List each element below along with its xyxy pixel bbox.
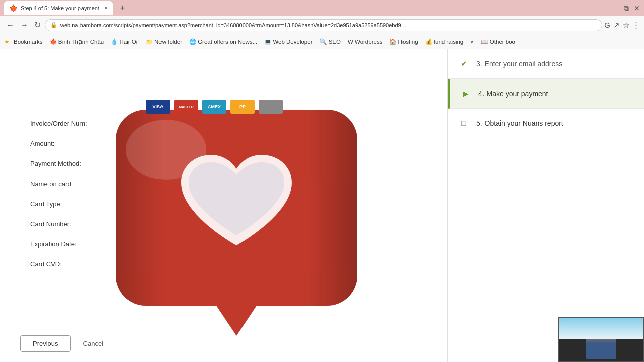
card-cvd-label: Card CVD:: [30, 260, 87, 268]
card-number-label: Card Number:: [30, 220, 87, 228]
bookmark-seo[interactable]: 🔍 SEO: [316, 37, 343, 46]
payment-card-icons: VISA MASTER AMEX PP: [146, 100, 283, 114]
minimize-icon[interactable]: —: [612, 4, 619, 13]
google-icon[interactable]: G: [604, 21, 610, 29]
step-4-arrow-icon: ▶: [460, 88, 471, 99]
back-button[interactable]: ←: [4, 19, 16, 32]
window-controls: — ⧉ ✕: [612, 4, 640, 13]
left-panel: VISA MASTER AMEX PP Invoice/Order Num: A…: [0, 49, 448, 362]
lock-icon: 🔒: [50, 22, 57, 28]
bookmark-wordpress[interactable]: W Wordpress: [345, 38, 385, 46]
step-5-item: ☐ 5. Obtain your Nuans report: [448, 109, 644, 138]
forward-button[interactable]: →: [18, 19, 30, 32]
paypal-icon: PP: [230, 100, 255, 114]
bookmark-hosting[interactable]: 🏠 Hosting: [386, 37, 421, 46]
cancel-button[interactable]: Cancel: [79, 336, 107, 351]
maximize-icon[interactable]: ⧉: [624, 4, 629, 13]
bookmark-more[interactable]: »: [467, 38, 476, 46]
step-3-item: ✔ 3. Enter your email address: [448, 49, 644, 79]
bookmark-fund-raising[interactable]: 💰 fund raising: [422, 37, 467, 46]
other-card-icon: [259, 100, 283, 114]
expiration-date-label: Expiration Date:: [30, 240, 87, 248]
visa-card-icon: VISA: [146, 100, 170, 114]
bookmark-binh-thanh-chau[interactable]: 🍁 Bình Thạnh Châu: [47, 37, 107, 46]
tab-title: Step 4 of 5: Make your payment - C: [21, 5, 101, 11]
bookmarks-star-icon: ★: [4, 38, 10, 45]
menu-icon[interactable]: ⋮: [632, 21, 640, 30]
bookmark-new-folder[interactable]: 📁 New folder: [143, 37, 185, 46]
step-3-label: 3. Enter your email address: [476, 60, 562, 68]
mastercard-icon: MASTER: [174, 100, 198, 114]
step-4-item: ▶ 4. Make your payment: [448, 79, 644, 109]
close-icon[interactable]: ✕: [634, 4, 640, 13]
tab-close-button[interactable]: ×: [104, 5, 108, 12]
share-icon[interactable]: ↗: [613, 21, 620, 30]
amex-icon: AMEX: [202, 100, 226, 114]
new-tab-button[interactable]: +: [117, 3, 128, 14]
bookmarks-bar: ★ Bookmarks 🍁 Bình Thạnh Châu 💧 Hair Oil…: [0, 34, 644, 49]
step-5-square-icon: ☐: [458, 118, 469, 129]
previous-button[interactable]: Previous: [20, 335, 71, 352]
refresh-button[interactable]: ↻: [32, 18, 43, 32]
tab-favicon: 🍁: [9, 4, 18, 12]
bookmarks-label: Bookmarks: [11, 38, 46, 46]
bookmark-hair-oil[interactable]: 💧 Hair Oil: [108, 37, 142, 46]
step-3-check-icon: ✔: [458, 58, 469, 69]
step-5-label: 5. Obtain your Nuans report: [476, 119, 564, 127]
nav-bar: ← → ↻ 🔒 web.na.bambora.com/scripts/payme…: [0, 16, 644, 34]
nav-extra-icons: G ↗ ☆ ⋮: [604, 21, 640, 30]
video-thumbnail: [558, 317, 644, 362]
bookmark-great-offers[interactable]: 🌐 Great offers on News...: [186, 37, 260, 46]
browser-tab[interactable]: 🍁 Step 4 of 5: Make your payment - C ×: [4, 1, 113, 15]
heart-illustration: [91, 95, 382, 346]
bookmark-star-icon[interactable]: ☆: [623, 21, 629, 30]
address-bar[interactable]: 🔒 web.na.bambora.com/scripts/payment/pay…: [45, 19, 602, 31]
right-panel: ✔ 3. Enter your email address ▶ 4. Make …: [448, 49, 644, 362]
content-area: VISA MASTER AMEX PP Invoice/Order Num: A…: [0, 49, 644, 362]
bookmark-web-developer[interactable]: 💻 Web Developer: [261, 37, 315, 46]
name-on-card-label: Name on card:: [30, 180, 87, 188]
invoice-label: Invoice/Order Num:: [30, 120, 87, 127]
payment-method-label: Payment Method:: [30, 160, 87, 167]
card-type-label: Card Type:: [30, 200, 87, 208]
bookmark-other-boo[interactable]: 📖 Other boo: [478, 37, 518, 46]
video-background: [559, 318, 643, 339]
step-4-label: 4. Make your payment: [478, 89, 548, 98]
url-text: web.na.bambora.com/scripts/payment/payme…: [60, 22, 597, 28]
title-bar: 🍁 Step 4 of 5: Make your payment - C × +…: [0, 0, 644, 16]
bottom-bar: Previous Cancel: [20, 335, 107, 352]
svg-marker-2: [216, 306, 257, 336]
form-labels: Invoice/Order Num: Amount: Payment Metho…: [30, 120, 87, 268]
amount-label: Amount:: [30, 140, 87, 147]
